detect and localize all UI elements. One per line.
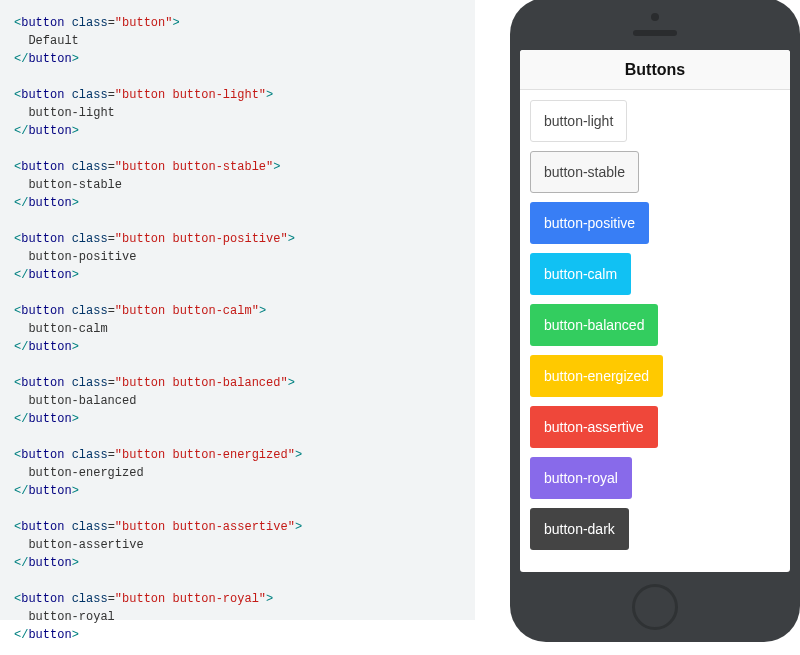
code-block: <button class="button button-light"> but… — [14, 86, 461, 140]
code-block: <button class="button button-balanced"> … — [14, 374, 461, 428]
code-block: <button class="button button-energized">… — [14, 446, 461, 500]
button-positive-button[interactable]: button-positive — [530, 202, 649, 244]
page-title: Buttons — [520, 50, 790, 90]
code-block: <button class="button button-assertive">… — [14, 518, 461, 572]
phone-screen: Buttons button-lightbutton-stablebutton-… — [520, 50, 790, 572]
code-block: <button class="button"> Default</button> — [14, 14, 461, 68]
button-assertive-button[interactable]: button-assertive — [530, 406, 658, 448]
code-panel: <button class="button"> Default</button>… — [0, 0, 475, 620]
phone-frame: Buttons button-lightbutton-stablebutton-… — [510, 0, 800, 642]
phone-preview-wrap: Buttons button-lightbutton-stablebutton-… — [475, 0, 800, 655]
button-balanced-button[interactable]: button-balanced — [530, 304, 658, 346]
phone-camera-icon — [651, 13, 659, 21]
code-block: <button class="button button-stable"> bu… — [14, 158, 461, 212]
button-light-button[interactable]: button-light — [530, 100, 627, 142]
code-block: <button class="button button-royal"> but… — [14, 590, 461, 644]
button-stable-button[interactable]: button-stable — [530, 151, 639, 193]
button-list: button-lightbutton-stablebutton-positive… — [520, 90, 790, 560]
button-energized-button[interactable]: button-energized — [530, 355, 663, 397]
phone-speaker-icon — [633, 30, 677, 36]
button-dark-button[interactable]: button-dark — [530, 508, 629, 550]
code-block: <button class="button button-calm"> butt… — [14, 302, 461, 356]
home-button-icon[interactable] — [632, 584, 678, 630]
button-calm-button[interactable]: button-calm — [530, 253, 631, 295]
button-royal-button[interactable]: button-royal — [530, 457, 632, 499]
code-block: <button class="button button-positive"> … — [14, 230, 461, 284]
